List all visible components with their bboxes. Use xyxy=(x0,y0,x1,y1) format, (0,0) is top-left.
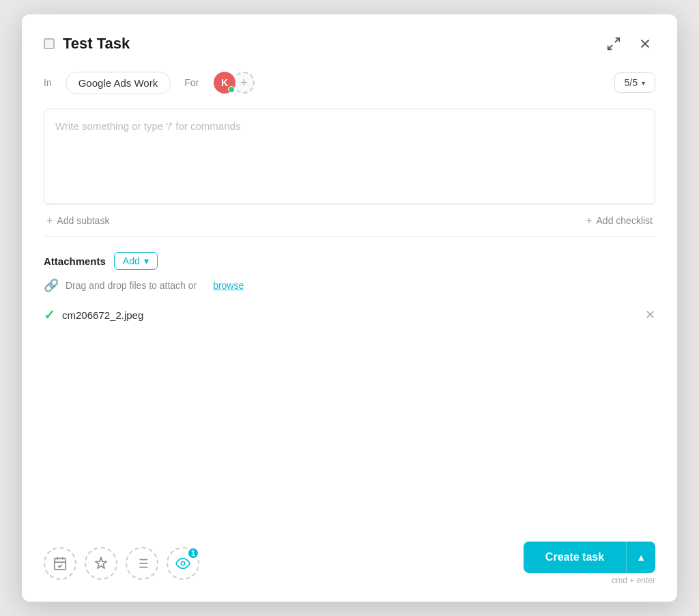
create-task-button[interactable]: Create task xyxy=(524,542,627,573)
modal-title: Test Task xyxy=(63,35,130,53)
chevron-down-icon: ▾ xyxy=(642,79,645,87)
assignee-section: K + xyxy=(212,70,255,95)
attachments-header: Attachments Add ▾ xyxy=(44,252,655,270)
avatar[interactable]: K xyxy=(212,70,237,95)
close-icon xyxy=(638,36,653,51)
for-label: For xyxy=(184,77,199,88)
file-row: ✓ cm206672_2.jpeg ✕ xyxy=(44,304,655,326)
checkmark-icon: ✓ xyxy=(44,307,55,323)
add-attachment-button[interactable]: Add ▾ xyxy=(114,252,158,270)
task-modal: Test Task In Google Ads Work For xyxy=(22,14,677,602)
remove-file-button[interactable]: ✕ xyxy=(645,307,655,322)
header-right xyxy=(603,33,655,54)
svg-line-0 xyxy=(615,38,619,42)
svg-line-1 xyxy=(608,45,612,49)
header-left: Test Task xyxy=(44,35,130,53)
attachments-section: Attachments Add ▾ 🔗 Drag and drop files … xyxy=(44,252,655,326)
create-button-group: Create task ▲ xyxy=(524,542,655,573)
task-checkbox[interactable] xyxy=(44,38,55,49)
action-row: + Add subtask + Add checklist xyxy=(44,204,655,237)
browse-link[interactable]: browse xyxy=(213,280,244,291)
drop-area: 🔗 Drag and drop files to attach or brows… xyxy=(44,278,655,293)
description-placeholder: Write something or type '/' for commands xyxy=(55,120,240,132)
file-info: ✓ cm206672_2.jpeg xyxy=(44,307,143,323)
list-icon xyxy=(134,556,149,571)
online-badge xyxy=(228,86,235,93)
meta-row: In Google Ads Work For K + 5/5 ▾ xyxy=(44,70,655,95)
add-checklist-button[interactable]: + Add checklist xyxy=(586,214,653,227)
in-label: In xyxy=(44,77,52,88)
attachments-title: Attachments xyxy=(44,255,106,267)
modal-header: Test Task xyxy=(44,33,655,54)
create-section: Create task ▲ cmd + enter xyxy=(524,542,655,585)
footer-tools: 1 xyxy=(44,547,199,580)
avatar-group: K + xyxy=(212,70,255,95)
plus-icon-2: + xyxy=(586,214,592,227)
svg-point-14 xyxy=(181,561,185,565)
create-hint: cmd + enter xyxy=(612,576,655,585)
eye-icon xyxy=(175,556,190,571)
list-tool-button[interactable] xyxy=(126,547,158,580)
expand-button[interactable] xyxy=(603,33,624,54)
project-selector[interactable]: Google Ads Work xyxy=(66,72,171,94)
add-subtask-button[interactable]: + Add subtask xyxy=(46,214,109,227)
settings-tool-button[interactable] xyxy=(85,547,117,580)
calendar-tool-button[interactable] xyxy=(44,547,76,580)
close-button[interactable] xyxy=(635,33,655,54)
magic-icon xyxy=(94,556,109,571)
chevron-down-icon-attach: ▾ xyxy=(144,255,149,266)
chevron-up-icon: ▲ xyxy=(636,552,646,563)
svg-rect-4 xyxy=(55,559,66,570)
paperclip-icon: 🔗 xyxy=(44,278,59,293)
description-area[interactable]: Write something or type '/' for commands xyxy=(44,109,655,204)
watch-tool-button[interactable]: 1 xyxy=(167,547,199,580)
file-name: cm206672_2.jpeg xyxy=(62,309,143,321)
expand-icon xyxy=(606,36,621,51)
plus-icon: + xyxy=(46,214,53,227)
watch-badge: 1 xyxy=(187,547,199,559)
calendar-icon xyxy=(53,556,68,571)
create-task-arrow-button[interactable]: ▲ xyxy=(627,542,655,573)
priority-selector[interactable]: 5/5 ▾ xyxy=(614,72,655,93)
footer: 1 Create task ▲ cmd + enter xyxy=(44,531,655,585)
